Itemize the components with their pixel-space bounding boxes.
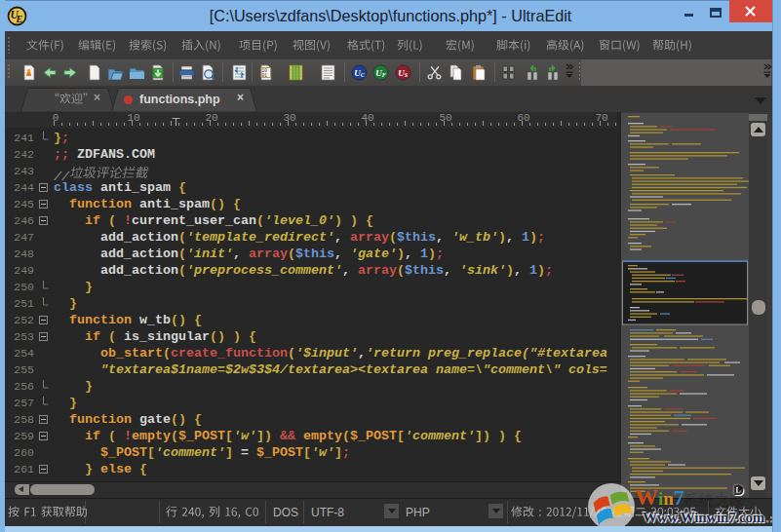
svg-text:01: 01 (262, 73, 268, 78)
